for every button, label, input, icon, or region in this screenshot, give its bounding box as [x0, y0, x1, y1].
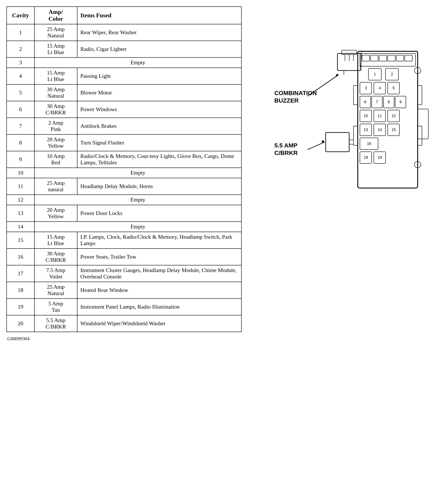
- svg-text:COMBINATION: COMBINATION: [274, 90, 317, 96]
- svg-line-2: [308, 75, 339, 96]
- svg-text:15: 15: [391, 128, 396, 132]
- cell-cavity: 2: [7, 41, 34, 57]
- cell-cavity: 5: [7, 84, 34, 101]
- svg-rect-15: [388, 55, 395, 61]
- cell-empty: Empty: [34, 57, 241, 68]
- svg-text:5.5 AMP: 5.5 AMP: [274, 142, 298, 149]
- cell-cavity: 9: [7, 151, 34, 168]
- svg-text:C/BRKR: C/BRKR: [274, 150, 298, 156]
- cell-items: Instrument Cluster Gauges, Headlamp Dela…: [77, 265, 241, 282]
- svg-rect-13: [371, 55, 378, 61]
- svg-rect-16: [396, 55, 404, 61]
- svg-text:1: 1: [374, 72, 376, 76]
- svg-rect-60: [326, 133, 349, 152]
- cell-cavity: 20: [7, 315, 34, 332]
- cell-cavity: 17: [7, 265, 34, 282]
- svg-text:9: 9: [399, 100, 401, 104]
- cell-amp: 7.5 AmpVoilet: [34, 265, 77, 282]
- svg-text:11: 11: [378, 114, 382, 118]
- cell-amp: 20 AmpYellow: [34, 205, 77, 222]
- svg-text:3: 3: [365, 86, 367, 90]
- svg-rect-58: [418, 86, 422, 105]
- svg-rect-14: [379, 55, 387, 61]
- svg-text:18: 18: [364, 155, 368, 160]
- cell-items: Radio, Cigar Lighter: [77, 41, 241, 57]
- svg-text:4: 4: [379, 86, 381, 90]
- cell-cavity: 4: [7, 68, 34, 84]
- cell-cavity: 7: [7, 118, 34, 134]
- fuse-box-diagram: COMBINATION BUZZER: [255, 19, 437, 212]
- header-cavity: Cavity: [7, 7, 34, 24]
- cell-amp: 25 Ampnatural: [34, 178, 77, 195]
- cell-cavity: 19: [7, 299, 34, 315]
- cell-cavity: 12: [7, 195, 34, 205]
- cell-empty: Empty: [34, 222, 241, 232]
- svg-text:6: 6: [364, 100, 366, 104]
- header-items: Items Fused: [77, 7, 241, 24]
- table-row: 14Empty: [7, 222, 241, 232]
- svg-text:13: 13: [364, 128, 368, 132]
- cell-amp: 5.5 AmpC/BRKR: [34, 315, 77, 332]
- cell-amp: 25 AmpNatural: [34, 282, 77, 299]
- cell-cavity: 6: [7, 101, 34, 118]
- cell-amp: 10 AmpRed: [34, 151, 77, 168]
- table-row: 215 AmpLt BlueRadio, Cigar Lighter: [7, 41, 241, 57]
- svg-rect-59: [418, 126, 422, 145]
- table-row: 415 AmpLt BluePassing Light: [7, 68, 241, 84]
- cell-amp: 15 AmpLt Blue: [34, 41, 77, 57]
- cell-amp: 30 AmpC/BRKR: [34, 248, 77, 265]
- cell-cavity: 13: [7, 205, 34, 222]
- cell-items: Instrument Panel Lamps, Radio Illuminati…: [77, 299, 241, 315]
- table-row: 1515 AmpLt BlueI.P. Lamps, Clock, Radio/…: [7, 232, 241, 248]
- footer-code: G00099304: [7, 336, 30, 341]
- cell-cavity: 14: [7, 222, 34, 232]
- svg-text:BUZZER: BUZZER: [274, 97, 299, 104]
- cell-items: Power Door Locks: [77, 205, 241, 222]
- svg-text:8: 8: [388, 100, 390, 104]
- cell-items: Headlamp Delay Module, Horns: [77, 178, 241, 195]
- cell-cavity: 3: [7, 57, 34, 68]
- cell-items: Turn Signal Flasher: [77, 134, 241, 151]
- cell-items: Radio/Clock & Memory, Cour-tesy Lights, …: [77, 151, 241, 168]
- footer: G00099304: [6, 336, 442, 341]
- table-row: 630 AmpC/BRKRPower Windows: [7, 101, 241, 118]
- svg-text:16: 16: [367, 141, 371, 146]
- table-row: 1630 AmpC/BRKRPower Seats, Trailer Tow: [7, 248, 241, 265]
- svg-line-65: [308, 142, 325, 150]
- cell-cavity: 1: [7, 24, 34, 41]
- svg-rect-12: [362, 55, 369, 61]
- cell-amp: 25 AmpNatural: [34, 24, 77, 41]
- cell-items: I.P. Lamps, Clock, Radio/Clock & Memory,…: [77, 232, 241, 248]
- table-row: 125 AmpNaturalRear Wiper, Rear Washer: [7, 24, 241, 41]
- table-row: 1825 AmpNaturalHeated Rear Window: [7, 282, 241, 299]
- cell-amp: 2 AmpPink: [34, 118, 77, 134]
- svg-text:19: 19: [378, 155, 382, 160]
- svg-text:5: 5: [392, 86, 395, 90]
- table-row: 1320 AmpYellowPower Door Locks: [7, 205, 241, 222]
- cell-items: Blower Motor: [77, 84, 241, 101]
- cell-cavity: 16: [7, 248, 34, 265]
- svg-text:2: 2: [391, 72, 393, 76]
- svg-text:14: 14: [378, 128, 382, 132]
- cell-amp: 15 AmpLt Blue: [34, 232, 77, 248]
- table-row: 530 AmpNaturalBlower Motor: [7, 84, 241, 101]
- header-amp: Amp/Color: [34, 7, 77, 24]
- table-row: 3Empty: [7, 57, 241, 68]
- cell-amp: 30 AmpNatural: [34, 84, 77, 101]
- svg-text:7: 7: [376, 100, 378, 104]
- table-row: 205.5 AmpC/BRKRWindshield Wiper/Windshie…: [7, 315, 241, 332]
- cell-cavity: 15: [7, 232, 34, 248]
- fuse-table-wrapper: Cavity Amp/Color Items Fused 125 AmpNatu…: [6, 6, 242, 332]
- table-row: 820 AmpYellowTurn Signal Flasher: [7, 134, 241, 151]
- table-row: 72 AmpPinkAntilock Brakes: [7, 118, 241, 134]
- svg-rect-17: [405, 55, 412, 61]
- cell-empty: Empty: [34, 168, 241, 178]
- cell-empty: Empty: [34, 195, 241, 205]
- cell-amp: 20 AmpYellow: [34, 134, 77, 151]
- cell-items: Passing Light: [77, 68, 241, 84]
- cell-cavity: 10: [7, 168, 34, 178]
- main-content: Cavity Amp/Color Items Fused 125 AmpNatu…: [6, 6, 442, 332]
- table-row: 910 AmpRedRadio/Clock & Memory, Cour-tes…: [7, 151, 241, 168]
- table-row: 12Empty: [7, 195, 241, 205]
- table-row: 10Empty: [7, 168, 241, 178]
